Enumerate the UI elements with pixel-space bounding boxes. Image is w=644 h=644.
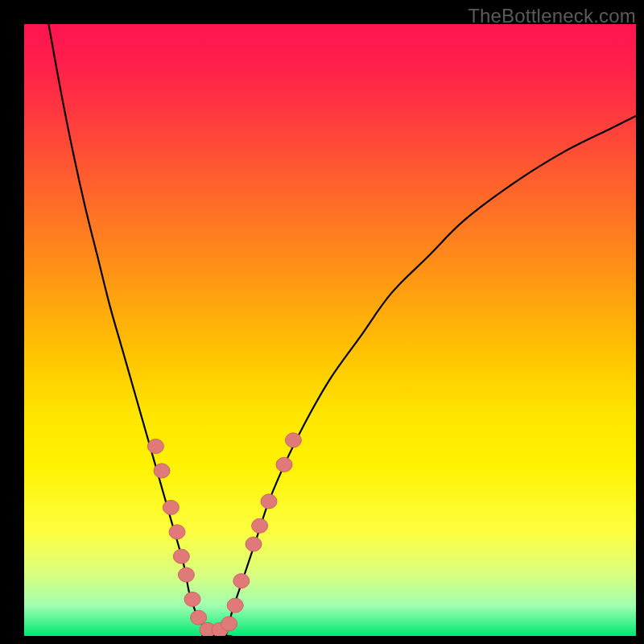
data-marker — [154, 464, 170, 478]
data-marker — [184, 592, 200, 606]
data-marker — [191, 610, 207, 625]
data-marker — [163, 500, 179, 514]
markers-group — [147, 433, 301, 636]
data-marker — [227, 598, 243, 613]
chart-svg — [24, 24, 636, 636]
data-marker — [246, 537, 262, 551]
data-marker — [285, 433, 301, 448]
series-left-branch — [48, 24, 208, 636]
chart-frame: TheBottleneck.com — [0, 0, 644, 644]
data-marker — [276, 457, 292, 472]
series-right-branch — [226, 116, 636, 636]
data-marker — [173, 549, 189, 564]
data-marker — [261, 494, 277, 509]
plot-area — [24, 24, 636, 636]
data-marker — [147, 439, 163, 453]
data-marker — [221, 617, 237, 631]
data-marker — [178, 568, 194, 582]
data-marker — [169, 525, 185, 539]
data-marker — [233, 574, 250, 588]
data-marker — [252, 518, 268, 533]
